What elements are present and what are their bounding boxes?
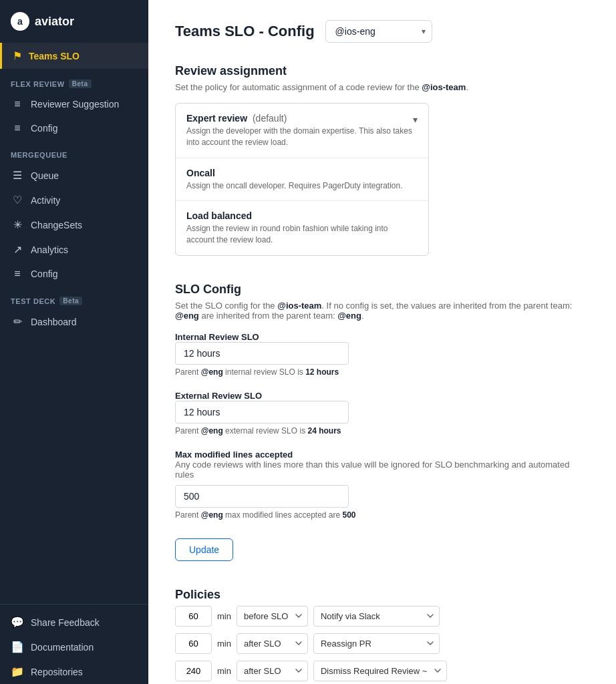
team-label: Teams SLO (29, 51, 80, 61)
changesets-icon: ✳ (11, 218, 24, 231)
policy-row-2-action-select[interactable]: Notify via Slack Reassign PR Dismiss Req… (313, 633, 440, 654)
review-option-expert-desc: Assign the developer with the domain exp… (186, 126, 413, 148)
team-select-wrapper: @ios-eng @eng @android-eng @web-eng ▾ (325, 20, 432, 43)
page-header: Teams SLO - Config @ios-eng @eng @androi… (175, 20, 589, 43)
sidebar-item-repositories[interactable]: 📁 Repositories (0, 659, 148, 684)
team-select[interactable]: @ios-eng @eng @android-eng @web-eng (325, 20, 432, 43)
sidebar-team-item[interactable]: ⚑ Teams SLO (0, 43, 148, 69)
slo-team-ref: @ios-team (277, 301, 321, 311)
section-label-flex-review: FLEX REVIEW Beta (0, 69, 148, 92)
max-modified-lines-desc: Any code reviews with lines more than th… (175, 460, 589, 480)
sidebar-item-config-mq[interactable]: ≡ Config (0, 262, 148, 286)
beta-badge-testdeck: Beta (59, 297, 82, 305)
review-assignment-title: Review assignment (175, 64, 589, 78)
external-review-slo-hint: Parent @eng external review SLO is 24 ho… (175, 426, 589, 436)
sidebar-item-label: Queue (31, 170, 59, 181)
queue-icon: ☰ (11, 169, 24, 182)
policy-row-1-min-label: min (217, 611, 231, 621)
config-mq-icon: ≡ (11, 268, 24, 280)
main-content: Teams SLO - Config @ios-eng @eng @androi… (148, 0, 616, 684)
sidebar-item-analytics[interactable]: ↗ Analytics (0, 237, 148, 262)
config-flex-icon: ≡ (11, 122, 24, 134)
update-button[interactable]: Update (175, 538, 233, 561)
reviewer-suggestion-icon: ≡ (11, 98, 24, 110)
policy-row-3-action-select[interactable]: Notify via Slack Reassign PR Dismiss Req… (313, 661, 447, 681)
review-option-lb-content: Load balanced Assign the review in round… (186, 210, 418, 246)
sidebar: a aviator ⚑ Teams SLO FLEX REVIEW Beta ≡… (0, 0, 148, 684)
review-option-lb-desc: Assign the review in round robin fashion… (186, 223, 418, 246)
internal-review-slo-hint: Parent @eng internal review SLO is 12 ho… (175, 367, 589, 377)
review-option-expert[interactable]: Expert review (default) Assign the devel… (176, 104, 428, 158)
sidebar-item-activity[interactable]: ♡ Activity (0, 188, 148, 212)
policy-row-2-minutes[interactable] (175, 633, 212, 654)
activity-icon: ♡ (11, 194, 24, 206)
flag-icon: ⚑ (13, 49, 22, 62)
sidebar-item-share-feedback[interactable]: 💬 Share Feedback (0, 610, 148, 635)
review-assignment-desc: Set the policy for automatic assignment … (175, 82, 589, 92)
logo-icon: a (11, 12, 29, 31)
review-assignment-card: Expert review (default) Assign the devel… (175, 103, 429, 256)
sidebar-item-label: Repositories (31, 667, 83, 677)
review-option-expert-content: Expert review (default) Assign the devel… (186, 113, 413, 148)
repositories-icon: 📁 (11, 665, 24, 678)
policy-row-2-timing-select[interactable]: before SLO after SLO (237, 633, 308, 654)
analytics-icon: ↗ (11, 243, 24, 256)
internal-review-slo-group: Internal Review SLO Parent @eng internal… (175, 331, 589, 377)
max-modified-lines-input[interactable] (175, 485, 349, 508)
policy-row-2: min before SLO after SLO Notify via Slac… (175, 633, 589, 654)
share-feedback-icon: 💬 (11, 616, 24, 629)
sidebar-item-documentation[interactable]: 📄 Documentation (0, 635, 148, 659)
max-modified-lines-label: Max modified lines accepted (175, 450, 293, 460)
internal-review-slo-input[interactable] (175, 342, 349, 365)
policy-row-1-timing-select[interactable]: before SLO after SLO (237, 606, 308, 627)
review-option-oncall[interactable]: Oncall Assign the oncall developer. Requ… (176, 158, 428, 202)
policy-row-3-timing-select[interactable]: before SLO after SLO (237, 661, 308, 681)
sidebar-item-label: ChangeSets (31, 220, 82, 230)
expert-badge: (default) (253, 113, 287, 124)
review-option-load-balanced[interactable]: Load balanced Assign the review in round… (176, 201, 428, 255)
external-review-slo-input[interactable] (175, 401, 349, 423)
sidebar-item-changesets[interactable]: ✳ ChangeSets (0, 212, 148, 237)
documentation-icon: 📄 (11, 641, 24, 653)
sidebar-item-dashboard[interactable]: ✏ Dashboard (0, 309, 148, 334)
review-option-expert-title: Expert review (default) (186, 113, 413, 124)
section-label-test-deck: TEST DECK Beta (0, 286, 148, 309)
logo-area: a aviator (0, 0, 148, 43)
sidebar-item-queue[interactable]: ☰ Queue (0, 163, 148, 188)
section-label-mergequeue: MERGEQUEUE (0, 140, 148, 163)
sidebar-item-label: Config (31, 123, 57, 134)
sidebar-item-reviewer-suggestion[interactable]: ≡ Reviewer Suggestion (0, 92, 148, 116)
review-option-oncall-title: Oncall (186, 168, 403, 178)
slo-config-title: SLO Config (175, 283, 589, 297)
sidebar-item-label: Dashboard (31, 317, 77, 327)
review-team-ref: @ios-team (422, 82, 466, 92)
policy-row-1: min before SLO after SLO Notify via Slac… (175, 606, 589, 627)
page-title: Teams SLO - Config (175, 23, 315, 40)
external-review-slo-label: External Review SLO (175, 391, 262, 401)
sidebar-item-config-flex[interactable]: ≡ Config (0, 116, 148, 140)
policy-row-1-action-select[interactable]: Notify via Slack Reassign PR Dismiss Req… (313, 606, 440, 627)
policies-title: Policies (175, 588, 589, 602)
review-option-lb-title: Load balanced (186, 210, 418, 221)
policy-row-3: min before SLO after SLO Notify via Slac… (175, 661, 589, 681)
internal-review-slo-label: Internal Review SLO (175, 332, 259, 342)
sidebar-item-label: Activity (31, 195, 60, 206)
sidebar-item-label: Share Feedback (31, 617, 100, 628)
sidebar-bottom: 💬 Share Feedback 📄 Documentation 📁 Repos… (0, 604, 148, 684)
slo-config-section: SLO Config Set the SLO config for the @i… (175, 283, 589, 561)
beta-badge-flex: Beta (69, 79, 92, 88)
slo-config-desc: Set the SLO config for the @ios-team. If… (175, 301, 589, 321)
sidebar-item-label: Analytics (31, 244, 68, 255)
policy-row-1-minutes[interactable] (175, 606, 212, 627)
review-option-oncall-content: Oncall Assign the oncall developer. Requ… (186, 168, 403, 192)
policy-row-2-min-label: min (217, 639, 231, 649)
review-assignment-section: Review assignment Set the policy for aut… (175, 64, 589, 256)
logo-text: aviator (35, 15, 74, 29)
policy-row-3-minutes[interactable] (175, 661, 212, 681)
review-option-oncall-desc: Assign the oncall developer. Requires Pa… (186, 180, 403, 192)
policy-row-3-min-label: min (217, 666, 231, 676)
external-review-slo-group: External Review SLO Parent @eng external… (175, 390, 589, 436)
max-modified-lines-group: Max modified lines accepted Any code rev… (175, 449, 589, 520)
max-modified-lines-hint: Parent @eng max modified lines accepted … (175, 510, 589, 520)
dashboard-icon: ✏ (11, 315, 24, 328)
